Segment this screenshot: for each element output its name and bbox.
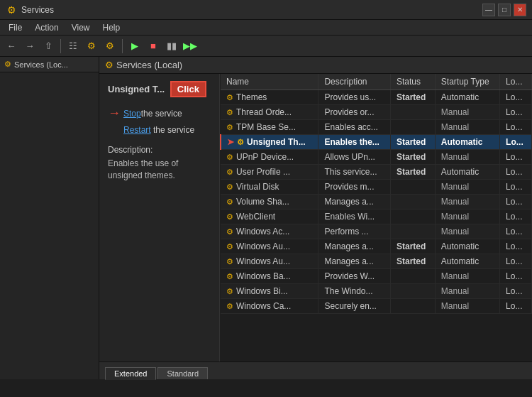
service-desc-cell: Enables Wi... xyxy=(318,210,391,224)
click-badge[interactable]: Click xyxy=(170,81,206,97)
service-startup-cell: Manual xyxy=(435,195,499,210)
pause-button[interactable]: ▮▮ xyxy=(163,38,180,55)
menu-help[interactable]: Help xyxy=(97,20,126,36)
service-name-cell: ⚙Virtual Disk xyxy=(221,180,318,195)
table-row[interactable]: ⚙Windows Au...Manages a...StartedAutomat… xyxy=(221,239,532,254)
services-button-2[interactable]: ⚙ xyxy=(101,38,118,55)
service-status-cell xyxy=(391,180,436,195)
service-desc-cell: Provides W... xyxy=(318,269,391,284)
forward-button[interactable]: → xyxy=(21,38,38,55)
service-status-cell: Started xyxy=(391,254,436,269)
service-name-cell: ⚙Windows Au... xyxy=(221,254,318,269)
minimize-button[interactable]: — xyxy=(482,4,495,16)
service-desc-cell: Enables the... xyxy=(318,135,391,150)
table-row[interactable]: ⚙UPnP Device...Allows UPn...StartedManua… xyxy=(221,150,532,165)
tab-extended[interactable]: Extended xyxy=(105,367,156,380)
table-row[interactable]: ⚙Virtual DiskProvides m...ManualLo... xyxy=(221,180,532,195)
col-startup-type: Startup Type xyxy=(435,74,499,90)
stop-link[interactable]: Stop xyxy=(123,109,141,119)
table-row[interactable]: ⚙Windows Au...Manages a...StartedAutomat… xyxy=(221,254,532,269)
tab-bar: Extended Standard xyxy=(99,361,532,379)
service-loc-cell: Lo... xyxy=(500,269,532,284)
service-startup-cell: Automatic xyxy=(435,254,499,269)
left-panel-header: ⚙ Services (Loc... xyxy=(0,57,99,72)
service-name-cell: ⚙Windows Ac... xyxy=(221,224,318,239)
service-icon: ⚙ xyxy=(226,123,233,131)
service-startup-cell: Manual xyxy=(435,224,499,239)
table-row[interactable]: ⚙Thread Orde...Provides or...ManualLo... xyxy=(221,105,532,120)
service-name-cell: ⚙Themes xyxy=(221,90,318,105)
description-header: Description: xyxy=(108,145,211,155)
service-icon: ⚙ xyxy=(226,257,233,266)
service-status-cell: Started xyxy=(391,90,436,105)
restart-link[interactable]: Restart xyxy=(123,125,151,135)
close-button[interactable]: ✕ xyxy=(514,4,526,16)
service-loc-cell: Lo... xyxy=(500,224,532,239)
play-button[interactable]: ▶ xyxy=(126,38,143,55)
menu-view[interactable]: View xyxy=(66,20,96,36)
table-row[interactable]: ⚙WebClientEnables Wi...ManualLo... xyxy=(221,210,532,224)
table-row[interactable]: ⚙Windows Ba...Provides W...ManualLo... xyxy=(221,269,532,284)
service-icon: ⚙ xyxy=(226,153,233,161)
show-hide-button[interactable]: ☷ xyxy=(65,38,82,55)
service-loc-cell: Lo... xyxy=(500,150,532,165)
service-status-cell xyxy=(391,299,436,314)
stop-button[interactable]: ■ xyxy=(145,38,162,55)
menu-action[interactable]: Action xyxy=(29,20,64,36)
col-status: Status xyxy=(391,74,436,90)
service-status-cell: Started xyxy=(391,150,436,165)
service-loc-cell: Lo... xyxy=(500,239,532,254)
table-row[interactable]: ⚙Volume Sha...Manages a...ManualLo... xyxy=(221,195,532,210)
tab-standard[interactable]: Standard xyxy=(157,367,208,379)
service-desc-cell: Provides us... xyxy=(318,90,391,105)
service-icon: ⚙ xyxy=(226,183,233,191)
service-name-cell: ⚙WebClient xyxy=(221,210,318,224)
service-startup-cell: Automatic xyxy=(435,165,499,180)
service-loc-cell: Lo... xyxy=(500,210,532,224)
restart-row: Restart the service xyxy=(123,125,211,135)
restart-text: the service xyxy=(153,125,194,135)
resume-button[interactable]: ▶▶ xyxy=(182,38,199,55)
table-row[interactable]: ⚙User Profile ...This service...StartedA… xyxy=(221,165,532,180)
service-loc-cell: Lo... xyxy=(500,284,532,299)
table-row[interactable]: ⚙Windows Ac...Performs ...ManualLo... xyxy=(221,224,532,239)
service-desc-cell: Provides m... xyxy=(318,180,391,195)
up-button[interactable]: ⇧ xyxy=(40,38,57,55)
service-name-cell: ⚙TPM Base Se... xyxy=(221,120,318,135)
back-button[interactable]: ← xyxy=(3,38,20,55)
services-button-1[interactable]: ⚙ xyxy=(83,38,100,55)
service-startup-cell: Manual xyxy=(435,180,499,195)
restore-button[interactable]: □ xyxy=(498,4,511,16)
col-description: Description xyxy=(318,74,391,90)
table-row[interactable]: ⚙ThemesProvides us...StartedAutomaticLo.… xyxy=(221,90,532,105)
service-desc-cell: This service... xyxy=(318,165,391,180)
service-desc-cell: Manages a... xyxy=(318,239,391,254)
service-desc-cell: Manages a... xyxy=(318,254,391,269)
table-row[interactable]: ➤⚙Unsigned Th...Enables the...StartedAut… xyxy=(221,135,532,150)
service-icon: ⚙ xyxy=(226,302,233,310)
table-header-row: Name Description Status Startup Type Lo.… xyxy=(221,74,532,90)
table-row[interactable]: ⚙Windows Bi...The Windo...ManualLo... xyxy=(221,284,532,299)
service-desc-cell: The Windo... xyxy=(318,284,391,299)
right-panel-header: ⚙ Services (Local) xyxy=(99,57,532,74)
service-status-cell: Started xyxy=(391,135,436,150)
service-loc-cell: Lo... xyxy=(500,165,532,180)
right-panel-title: Services (Local) xyxy=(116,60,182,70)
table-row[interactable]: ⚙TPM Base Se...Enables acc...ManualLo... xyxy=(221,120,532,135)
menu-file[interactable]: File xyxy=(3,20,28,36)
window-controls: — □ ✕ xyxy=(482,4,526,16)
selected-arrow: ➤ xyxy=(227,137,234,147)
service-icon: ⚙ xyxy=(226,197,233,206)
table-row[interactable]: ⚙Windows Ca...Securely en...ManualLo... xyxy=(221,299,532,314)
service-startup-cell: Manual xyxy=(435,299,499,314)
service-desc-cell: Enables acc... xyxy=(318,120,391,135)
service-name-cell: ⚙UPnP Device... xyxy=(221,150,318,165)
left-panel-icon: ⚙ xyxy=(4,60,11,69)
service-icon: ⚙ xyxy=(226,227,233,236)
service-name-cell: ⚙Volume Sha... xyxy=(221,195,318,210)
service-icon: ⚙ xyxy=(226,168,233,176)
service-status-cell xyxy=(391,105,436,120)
col-name: Name xyxy=(221,74,318,90)
service-status-cell: Started xyxy=(391,165,436,180)
right-panel: ⚙ Services (Local) Unsigned T... Click →… xyxy=(99,57,532,379)
